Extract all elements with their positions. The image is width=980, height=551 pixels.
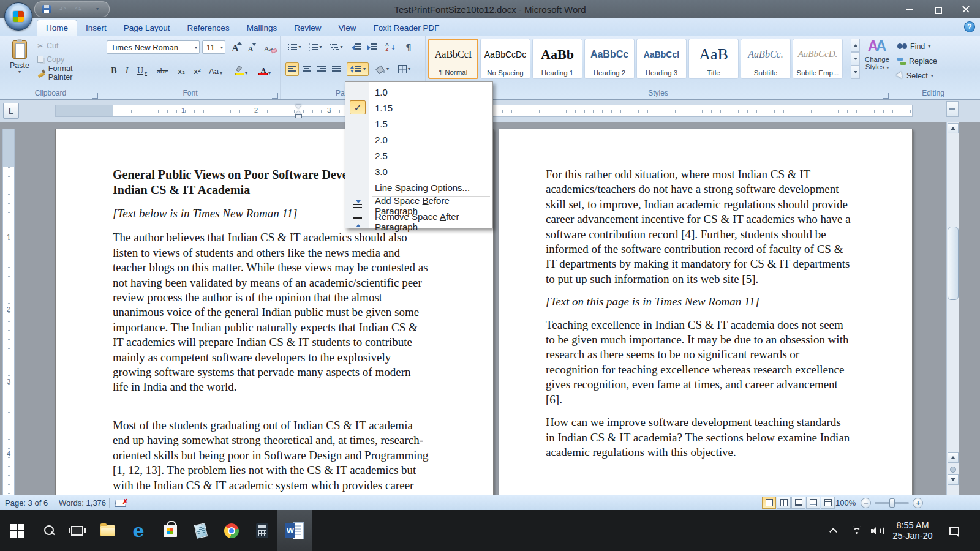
- strikethrough-button[interactable]: abe: [153, 62, 172, 77]
- proofing-errors-button[interactable]: [115, 495, 126, 510]
- tab-review[interactable]: Review: [285, 20, 330, 36]
- replace-button[interactable]: Replace: [897, 55, 937, 67]
- notepad-button[interactable]: [186, 510, 216, 551]
- highlight-color-button[interactable]: ▾: [232, 62, 251, 77]
- find-button[interactable]: Find▾: [897, 40, 930, 53]
- style-subtle-emphasis[interactable]: AaBbCcD.Subtle Emp...: [793, 39, 843, 79]
- scrollbar-thumb[interactable]: [948, 227, 959, 300]
- subscript-button[interactable]: x₂: [174, 62, 189, 77]
- styles-dialog-launcher[interactable]: [883, 93, 889, 99]
- grow-font-button[interactable]: A: [228, 40, 243, 54]
- superscript-button[interactable]: x²: [190, 62, 205, 77]
- close-button[interactable]: [952, 0, 980, 18]
- zoom-out-button[interactable]: −: [861, 498, 871, 508]
- view-ruler-toggle-button[interactable]: [946, 101, 959, 117]
- style-heading-3[interactable]: AaBbCcIHeading 3: [636, 39, 687, 79]
- right-page-content[interactable]: For this rather odd situation, where mos…: [546, 167, 852, 468]
- gallery-more-button[interactable]: [851, 66, 860, 79]
- edge-button[interactable]: e: [124, 510, 153, 551]
- clear-formatting-button[interactable]: Aa: [260, 40, 277, 54]
- tab-foxit-reader-pdf[interactable]: Foxit Reader PDF: [364, 20, 448, 36]
- change-case-button[interactable]: Aa▾: [206, 62, 225, 77]
- paste-button[interactable]: Paste ▾: [6, 39, 33, 86]
- align-center-button[interactable]: [300, 62, 314, 76]
- gallery-scroll-down-button[interactable]: [851, 52, 860, 66]
- scroll-up-button[interactable]: [948, 123, 959, 133]
- font-name-combo[interactable]: Times New Roman▾: [107, 40, 200, 54]
- tab-insert[interactable]: Insert: [77, 20, 115, 36]
- draft-view-button[interactable]: [821, 497, 835, 509]
- borders-button[interactable]: ▾: [394, 62, 414, 76]
- tab-mailings[interactable]: Mailings: [238, 20, 286, 36]
- format-painter-button[interactable]: Format Painter: [36, 66, 100, 80]
- font-dialog-launcher[interactable]: [272, 93, 278, 99]
- zoom-level[interactable]: 100%: [835, 498, 856, 508]
- select-browse-object-button[interactable]: [950, 467, 956, 473]
- align-left-button[interactable]: [285, 62, 299, 76]
- shrink-font-button[interactable]: A: [244, 40, 257, 54]
- menu-item-spacing-1.0[interactable]: 1.0: [345, 84, 492, 100]
- action-center-button[interactable]: [941, 510, 968, 551]
- right-page[interactable]: For this rather odd situation, where mos…: [499, 129, 913, 495]
- task-view-button[interactable]: [62, 510, 92, 551]
- tab-home[interactable]: Home: [37, 20, 77, 36]
- underline-button[interactable]: U▾: [134, 62, 151, 77]
- zoom-slider-track[interactable]: [875, 502, 909, 504]
- multilevel-list-button[interactable]: ▾: [327, 40, 345, 54]
- gallery-scroll-up-button[interactable]: [851, 39, 860, 52]
- menu-item-spacing-2.0[interactable]: 2.0: [345, 132, 492, 148]
- taskbar-search-button[interactable]: [34, 510, 64, 551]
- chrome-button[interactable]: [217, 510, 246, 551]
- word-count[interactable]: Words: 1,376: [59, 495, 106, 510]
- style-subtitle[interactable]: AaBbCc.Subtitle: [741, 39, 791, 79]
- taskbar-clock[interactable]: 8:55 AM 25-Jan-20: [887, 510, 938, 551]
- office-button[interactable]: [4, 2, 32, 31]
- show-hide-formatting-button[interactable]: ¶: [402, 40, 415, 54]
- file-explorer-button[interactable]: [93, 510, 123, 551]
- vertical-scrollbar[interactable]: [946, 122, 959, 495]
- increase-indent-button[interactable]: [365, 40, 379, 54]
- calculator-button[interactable]: [247, 510, 277, 551]
- shading-button[interactable]: ▾: [372, 62, 392, 76]
- italic-button[interactable]: I: [121, 62, 132, 77]
- hanging-indent-marker[interactable]: [295, 111, 301, 117]
- restore-button[interactable]: [924, 0, 952, 18]
- next-page-button[interactable]: [948, 474, 959, 485]
- show-hidden-icons-button[interactable]: [821, 510, 845, 551]
- vertical-ruler[interactable]: 1 2 3 4: [2, 129, 15, 495]
- style-title[interactable]: AaBTitle: [688, 39, 739, 79]
- menu-item-line-spacing-options[interactable]: Line Spacing Options...: [345, 179, 492, 195]
- print-layout-view-button[interactable]: [762, 497, 776, 509]
- full-screen-reading-view-button[interactable]: [777, 497, 791, 509]
- minimize-button[interactable]: [895, 0, 924, 18]
- clipboard-dialog-launcher[interactable]: [92, 93, 98, 99]
- menu-item-remove-space-after[interactable]: Remove Space After Paragraph: [345, 214, 492, 230]
- tab-selector-button[interactable]: L: [3, 103, 19, 119]
- previous-page-button[interactable]: [948, 452, 959, 463]
- start-button[interactable]: [2, 510, 32, 551]
- network-button[interactable]: [846, 510, 867, 551]
- bold-button[interactable]: B: [108, 62, 120, 77]
- align-right-button[interactable]: [315, 62, 328, 76]
- word-taskbar-button[interactable]: W: [277, 510, 312, 551]
- page-indicator[interactable]: Page: 3 of 6: [5, 495, 48, 510]
- web-layout-view-button[interactable]: [791, 497, 805, 509]
- tab-view[interactable]: View: [330, 20, 364, 36]
- font-color-button[interactable]: A▾: [255, 62, 274, 77]
- tab-page-layout[interactable]: Page Layout: [115, 20, 179, 36]
- style-no-spacing[interactable]: AaBbCcDcNo Spacing: [480, 39, 530, 79]
- volume-button[interactable]: [866, 510, 888, 551]
- style-normal[interactable]: AaBbCcI¶ Normal: [428, 39, 478, 79]
- menu-item-spacing-1.15[interactable]: ✓1.15: [345, 100, 492, 116]
- tab-references[interactable]: References: [179, 20, 238, 36]
- microsoft-store-button[interactable]: [156, 510, 185, 551]
- cut-button[interactable]: ✂Cut: [36, 39, 100, 53]
- justify-button[interactable]: [330, 62, 343, 76]
- decrease-indent-button[interactable]: [349, 40, 363, 54]
- outline-view-button[interactable]: [806, 497, 820, 509]
- help-button[interactable]: ?: [964, 21, 975, 32]
- font-size-combo[interactable]: 11▾: [202, 40, 225, 54]
- sort-button[interactable]: AZ↓: [382, 40, 399, 54]
- numbering-button[interactable]: ▾: [306, 40, 325, 54]
- select-button[interactable]: Select▾: [897, 70, 933, 82]
